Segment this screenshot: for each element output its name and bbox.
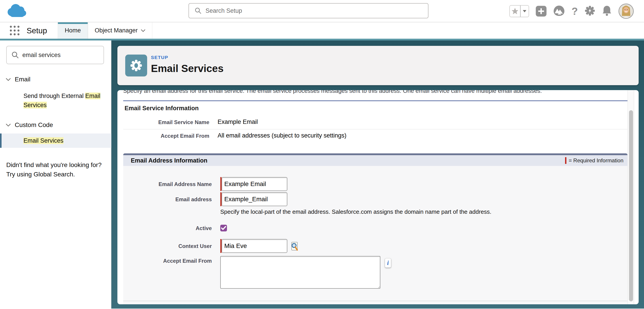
field-email-address-name: Email Address Name bbox=[123, 177, 628, 191]
email-address-information-heading: Email Address Information bbox=[131, 157, 208, 164]
setup-sidebar: Email Send through External Email Servic… bbox=[0, 40, 111, 308]
active-checkbox[interactable] bbox=[220, 225, 227, 232]
field-email-address: Email address bbox=[123, 192, 628, 206]
setup-gear-tile-icon bbox=[125, 54, 147, 76]
app-launcher-icon[interactable] bbox=[10, 26, 20, 35]
sidebar-group-custom-code[interactable]: Custom Code bbox=[0, 122, 111, 128]
search-icon bbox=[195, 8, 202, 14]
page-header-card: SETUP Email Services bbox=[118, 46, 639, 85]
sidebar-quick-find[interactable] bbox=[6, 46, 104, 64]
chevron-down-icon bbox=[141, 29, 145, 32]
sidebar-group-email[interactable]: Email bbox=[0, 76, 111, 83]
global-search[interactable] bbox=[188, 3, 428, 18]
favorites-split-button[interactable] bbox=[510, 5, 529, 17]
intro-text: Specify an email address for this email … bbox=[123, 90, 628, 94]
email-address-information-section: Email Address Information = Required Inf… bbox=[123, 154, 628, 304]
email-address-help-text: Specify the local-part of the email addr… bbox=[220, 208, 628, 215]
scrollbar-thumb[interactable] bbox=[629, 110, 633, 302]
sidebar-item-send-through-external-email-services[interactable]: Send through External Email Services bbox=[0, 92, 105, 110]
field-active: Active bbox=[123, 224, 628, 232]
notifications-bell-icon[interactable] bbox=[602, 5, 612, 17]
help-icon[interactable]: ? bbox=[572, 6, 578, 16]
context-user-input[interactable] bbox=[222, 239, 287, 253]
app-name: Setup bbox=[26, 26, 47, 35]
email-service-information-heading: Email Service Information bbox=[123, 101, 628, 116]
form-button-bar: Save Save and New Cancel bbox=[123, 301, 628, 304]
user-avatar[interactable] bbox=[618, 4, 634, 19]
section-top-bar bbox=[123, 154, 628, 155]
field-context-user: Context User bbox=[123, 239, 628, 253]
email-address-name-input[interactable] bbox=[222, 177, 287, 191]
page-eyebrow: SETUP bbox=[151, 55, 224, 60]
setup-gear-icon[interactable] bbox=[584, 5, 595, 17]
info-icon[interactable]: i bbox=[385, 258, 391, 268]
content-scrollbar[interactable] bbox=[628, 90, 634, 304]
quick-create-plus-icon[interactable] bbox=[536, 6, 546, 16]
global-search-input[interactable] bbox=[206, 8, 428, 14]
trailhead-guidance-icon[interactable] bbox=[553, 5, 565, 17]
detail-row: Email Service Name Example Email bbox=[123, 116, 628, 129]
tab-home[interactable]: Home bbox=[58, 22, 88, 39]
detail-row: Accept Email From All email addresses (s… bbox=[123, 129, 628, 143]
checkmark-icon bbox=[221, 226, 226, 230]
sidebar-quick-find-input[interactable] bbox=[22, 52, 104, 58]
email-address-input[interactable] bbox=[222, 192, 287, 206]
chevron-down-icon bbox=[6, 124, 11, 126]
chevron-down-icon bbox=[6, 78, 11, 81]
favorites-dropdown-icon[interactable] bbox=[520, 6, 528, 17]
salesforce-logo-icon bbox=[6, 3, 27, 19]
main-workspace: SETUP Email Services Specify an email ad… bbox=[111, 40, 644, 308]
sidebar-footer-hint: Didn't find what you're looking for? Try… bbox=[6, 160, 102, 179]
accept-email-from-textarea[interactable] bbox=[220, 256, 380, 289]
search-icon bbox=[12, 52, 19, 58]
tab-object-manager[interactable]: Object Manager bbox=[88, 22, 152, 39]
field-accept-email-from: Accept Email From i bbox=[123, 256, 628, 289]
favorites-star-icon[interactable] bbox=[510, 6, 520, 17]
page-title: Email Services bbox=[151, 62, 224, 74]
content-panel: Specify an email address for this email … bbox=[118, 90, 639, 304]
required-legend: = Required Information bbox=[565, 157, 624, 164]
lookup-magnifier-icon[interactable] bbox=[290, 242, 298, 252]
setup-nav-bar: Setup Home Object Manager bbox=[0, 22, 644, 40]
sidebar-item-email-services[interactable]: Email Services bbox=[0, 134, 111, 148]
required-red-bar bbox=[565, 157, 566, 164]
global-header: ? bbox=[0, 0, 644, 22]
